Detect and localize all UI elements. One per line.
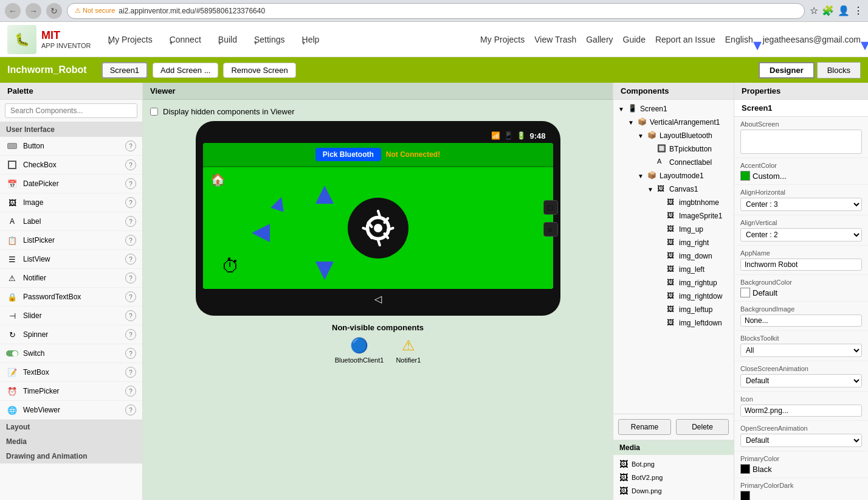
image-help[interactable]: ?	[125, 197, 136, 208]
nav-user-email[interactable]: jegatheesans@gmail.com ▾	[763, 35, 861, 44]
checkbox-help[interactable]: ?	[125, 159, 136, 170]
palette-checkbox[interactable]: CheckBox ?	[0, 156, 142, 175]
blockstoolkit-select[interactable]: All	[740, 344, 862, 357]
address-bar[interactable]: ⚠ Not secure ai2.appinventor.mit.edu/#58…	[67, 3, 805, 19]
nav-my-projects[interactable]: My Projects ▾	[101, 30, 160, 49]
media-down-png[interactable]: 🖼 Down.png	[613, 484, 734, 498]
tree-imgdown[interactable]: 🖼 img_down	[613, 249, 734, 263]
datepicker-help[interactable]: ?	[125, 178, 136, 189]
tree-layoutbt[interactable]: ▼ 📦 LayoutBluetooth	[613, 129, 734, 142]
nav-settings[interactable]: Settings ▾	[247, 30, 292, 49]
tree-screen1[interactable]: ▼ 📱 Screen1	[613, 102, 734, 116]
media-bot-png[interactable]: 🖼 Bot.png	[613, 457, 734, 471]
palette-webviewer[interactable]: 🌐 WebViewer ?	[0, 401, 142, 420]
section-layout[interactable]: Layout	[0, 420, 142, 434]
prop-accentcolor-value[interactable]: Custom...	[740, 171, 862, 181]
svg-point-0	[374, 224, 382, 232]
palette-timepicker[interactable]: ⏰ TimePicker ?	[0, 382, 142, 401]
add-screen-button[interactable]: Add Screen ...	[153, 63, 218, 78]
tree-imagesprite1[interactable]: 🖼 ImageSprite1	[613, 209, 734, 223]
tree-imgup[interactable]: 🖼 Img_up	[613, 223, 734, 236]
nav-report-issue[interactable]: Report an Issue	[655, 35, 715, 44]
nav-english[interactable]: English ▾	[725, 35, 753, 44]
media-botv2-png[interactable]: 🖼 BotV2.png	[613, 471, 734, 484]
pick-bluetooth-btn[interactable]: Pick Bluetooth	[315, 148, 381, 161]
nav-build[interactable]: Build ▾	[211, 30, 244, 49]
slider-help[interactable]: ?	[125, 310, 136, 321]
tree-imgrightdown[interactable]: 🖼 img_rightdow	[613, 290, 734, 303]
icon-input[interactable]	[740, 405, 862, 417]
prop-primarycolordark-value[interactable]	[740, 491, 862, 500]
bgimage-input[interactable]	[740, 314, 862, 327]
palette-textbox[interactable]: 📝 TextBox ?	[0, 363, 142, 382]
palette-notifier[interactable]: ⚠ Notifier ?	[0, 269, 142, 288]
profile-icon[interactable]: 👤	[838, 5, 850, 16]
nav-connect[interactable]: Connect ▾	[162, 30, 208, 49]
remove-screen-button[interactable]: Remove Screen	[223, 63, 295, 78]
tree-imgright[interactable]: 🖼 img_right	[613, 236, 734, 249]
alignvertical-select[interactable]: Center : 2 Top : 1 Bottom : 3	[740, 228, 862, 241]
aboutscreen-input[interactable]	[740, 130, 862, 154]
label-help[interactable]: ?	[125, 216, 136, 227]
tree-imgleftdown[interactable]: 🖼 img_leftdown	[613, 316, 734, 330]
switch-help[interactable]: ?	[125, 348, 136, 359]
palette-passwordtextbox[interactable]: 🔒 PasswordTextBox ?	[0, 288, 142, 307]
tree-imgleftup[interactable]: 🖼 img_leftup	[613, 303, 734, 316]
tree-imgrightup[interactable]: 🖼 img_rightup	[613, 276, 734, 290]
prop-primarycolor-value[interactable]: Black	[740, 464, 862, 474]
designer-button[interactable]: Designer	[759, 62, 815, 78]
section-media[interactable]: Media	[0, 434, 142, 449]
palette-listpicker[interactable]: 📋 ListPicker ?	[0, 231, 142, 250]
tree-btpick[interactable]: 🔲 BTpickbutton	[613, 142, 734, 156]
spinner-help[interactable]: ?	[125, 329, 136, 340]
palette-switch[interactable]: Switch ?	[0, 344, 142, 363]
openscreenanimation-select[interactable]: Default	[740, 434, 862, 447]
timepicker-help[interactable]: ?	[125, 386, 136, 397]
textbox-help[interactable]: ?	[125, 367, 136, 378]
nav-my-projects-right[interactable]: My Projects	[480, 35, 525, 44]
prop-bgcolor-value[interactable]: Default	[740, 288, 862, 297]
notifier1-item[interactable]: ⚠ Notifier1	[396, 337, 421, 364]
palette-label[interactable]: A Label ?	[0, 212, 142, 231]
palette-datepicker[interactable]: 📅 DatePicker ?	[0, 175, 142, 193]
nav-help[interactable]: Help ▾	[295, 30, 327, 49]
tree-imgbtnhome[interactable]: 🖼 imgbtnhome	[613, 196, 734, 209]
delete-button[interactable]: Delete	[676, 419, 729, 435]
forward-button[interactable]: →	[26, 3, 41, 19]
notifier-help[interactable]: ?	[125, 273, 136, 283]
button-help[interactable]: ?	[125, 141, 136, 151]
refresh-button[interactable]: ↻	[46, 3, 62, 19]
closescreenanimation-select[interactable]: Default	[740, 374, 862, 387]
nav-guide[interactable]: Guide	[623, 35, 646, 44]
palette-button[interactable]: Button ?	[0, 137, 142, 156]
listpicker-help[interactable]: ?	[125, 235, 136, 246]
tree-vertical1[interactable]: ▼ 📦 VerticalArrangement1	[613, 116, 734, 129]
palette-image[interactable]: 🖼 Image ?	[0, 193, 142, 212]
alignhorizontal-select[interactable]: Center : 3 Left : 1 Right : 2	[740, 198, 862, 211]
show-hidden-checkbox[interactable]	[150, 108, 158, 116]
section-user-interface[interactable]: User Interface	[0, 122, 142, 137]
webviewer-help[interactable]: ?	[125, 405, 136, 415]
palette-listview[interactable]: ☰ ListView ?	[0, 250, 142, 269]
tree-canvas1[interactable]: ▼ 🖼 Canvas1	[613, 182, 734, 196]
extension-icon[interactable]: 🧩	[822, 5, 834, 16]
bluetooth-client-item[interactable]: 🔵 BluetoothClient1	[335, 337, 384, 364]
palette-spinner[interactable]: ↻ Spinner ?	[0, 325, 142, 344]
blocks-button[interactable]: Blocks	[817, 62, 861, 78]
back-button[interactable]: ←	[5, 3, 21, 19]
palette-slider[interactable]: ⊣ Slider ?	[0, 307, 142, 325]
menu-icon[interactable]: ⋮	[853, 5, 863, 16]
listview-help[interactable]: ?	[125, 254, 136, 265]
bookmark-icon[interactable]: ☆	[810, 5, 818, 16]
tree-imgleft[interactable]: 🖼 img_left	[613, 263, 734, 276]
tree-layoutmode1[interactable]: ▼ 📦 Layoutmode1	[613, 169, 734, 182]
appname-input[interactable]	[740, 259, 862, 271]
nav-view-trash[interactable]: View Trash	[534, 35, 576, 44]
section-drawing[interactable]: Drawing and Animation	[0, 449, 142, 464]
passwordtextbox-help[interactable]: ?	[125, 291, 136, 302]
nav-gallery[interactable]: Gallery	[586, 35, 613, 44]
search-input[interactable]	[5, 103, 137, 118]
tree-connectlabel[interactable]: A Connectlabel	[613, 156, 734, 169]
screen1-button[interactable]: Screen1	[102, 62, 148, 78]
rename-button[interactable]: Rename	[618, 419, 671, 435]
